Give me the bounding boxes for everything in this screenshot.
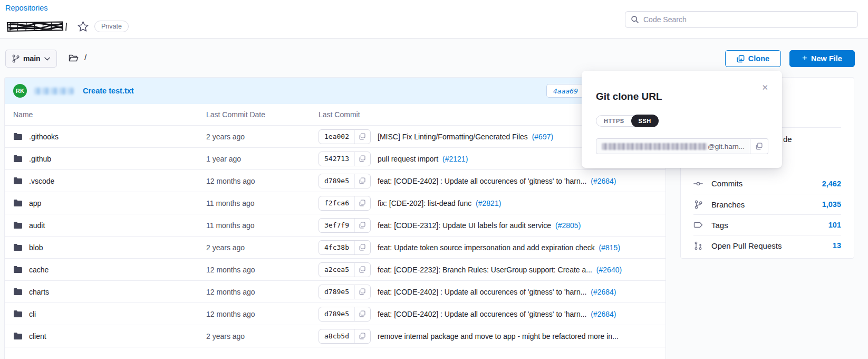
last-commit-date: 12 months ago <box>206 288 255 296</box>
latest-commit-banner: RK Create test.txt 4aaa69 <box>5 78 666 104</box>
file-name: app <box>29 199 41 207</box>
protocol-https[interactable]: HTTPS <box>596 115 632 127</box>
tag-icon <box>693 222 703 228</box>
commit-sha-pill[interactable]: a2cea5 <box>319 262 371 277</box>
commit-icon <box>693 181 703 186</box>
favorite-star-icon[interactable] <box>77 21 89 32</box>
clone-button-label: Clone <box>748 54 769 63</box>
last-commit-date: 11 months ago <box>206 221 255 230</box>
stat-label: Commits <box>711 179 814 188</box>
copy-sha-button[interactable] <box>354 174 370 188</box>
commit-sha-pill[interactable]: 542713 <box>319 152 371 166</box>
pr-number-link[interactable]: (#2684) <box>591 177 616 185</box>
table-row[interactable]: app 11 months ago f2fca6 fix: [CDE-202]:… <box>5 192 666 214</box>
commit-message: feat: [CODE-2402] : Update all occurence… <box>378 310 586 318</box>
pr-number-link[interactable]: (#697) <box>532 133 553 141</box>
table-row[interactable]: charts 12 months ago d789e5 feat: [CODE-… <box>5 281 666 303</box>
repo-stats: Commits 2,462 Branches 1,035 Tags 101 <box>693 173 841 256</box>
folder-icon <box>13 177 23 185</box>
commit-sha-pill[interactable]: d789e5 <box>319 307 371 322</box>
path-root[interactable]: / <box>84 53 86 62</box>
new-file-button[interactable]: + New File <box>789 50 855 67</box>
commit-sha-pill[interactable]: 3ef7f9 <box>319 218 371 233</box>
folder-icon <box>13 199 23 207</box>
avatar: RK <box>13 84 27 98</box>
commit-sha: 3ef7f9 <box>319 221 354 229</box>
stat-label: Tags <box>711 221 820 230</box>
protocol-ssh[interactable]: SSH <box>631 115 659 127</box>
folder-icon <box>13 266 23 273</box>
commit-sha: d789e5 <box>319 288 354 296</box>
table-row[interactable]: .github 1 year ago 542713 pull request i… <box>5 148 666 170</box>
breadcrumb-repositories[interactable]: Repositories <box>5 4 48 12</box>
commit-sha-pill[interactable]: 4fc38b <box>319 240 371 255</box>
latest-commit-message-link[interactable]: Create test.txt <box>83 87 134 95</box>
commit-sha-pill[interactable]: d789e5 <box>319 174 371 188</box>
pr-number-link[interactable]: (#2684) <box>591 310 616 318</box>
copy-sha-button[interactable] <box>354 285 370 299</box>
folder-icon <box>13 288 23 296</box>
copy-sha-button[interactable] <box>354 219 370 232</box>
pr-number-link[interactable]: (#2121) <box>442 155 468 163</box>
stat-row-open-pull-requests[interactable]: Open Pull Requests 13 <box>693 235 841 256</box>
pr-number-link[interactable]: (#2821) <box>476 199 501 207</box>
copy-sha-button[interactable] <box>354 329 370 343</box>
commit-sha-pill[interactable]: a8cb5d <box>319 329 371 344</box>
copy-sha-button[interactable] <box>354 152 370 166</box>
pull-request-icon <box>693 241 703 250</box>
branch-selector[interactable]: main <box>5 50 57 68</box>
copy-sha-button[interactable] <box>354 130 370 144</box>
table-row[interactable]: audit 11 months ago 3ef7f9 feat: [CODE-2… <box>5 214 666 237</box>
summary-partial-text: de <box>783 135 792 144</box>
folder-icon <box>13 243 23 251</box>
code-search-box <box>625 11 858 28</box>
file-name: .vscode <box>29 177 54 185</box>
last-commit-date: 11 months ago <box>206 199 255 207</box>
branch-name: main <box>23 54 41 63</box>
root-folder-icon[interactable] <box>69 54 79 62</box>
file-name: .github <box>29 155 51 163</box>
commit-sha-pill[interactable]: 1ea002 <box>319 129 371 144</box>
close-icon[interactable]: ✕ <box>761 83 768 91</box>
commit-sha-pill[interactable]: d789e5 <box>319 285 371 299</box>
latest-commit-sha-pill[interactable]: 4aaa69 <box>546 84 586 98</box>
copy-url-button[interactable] <box>750 138 768 154</box>
commit-sha: a8cb5d <box>319 332 354 340</box>
file-table-body: .githooks 2 years ago 1ea002 [MISC] Fix … <box>5 126 666 347</box>
commit-sha-pill[interactable]: f2fca6 <box>319 196 371 211</box>
table-row[interactable]: blob 2 years ago 4fc38b feat: Update tok… <box>5 237 666 259</box>
pr-number-link[interactable]: (#2640) <box>596 266 622 274</box>
folder-icon <box>13 155 23 163</box>
folder-icon <box>13 332 23 340</box>
file-name: blob <box>29 243 43 252</box>
file-name: charts <box>29 288 49 296</box>
pr-number-link[interactable]: (#2684) <box>591 288 616 296</box>
copy-sha-button[interactable] <box>354 263 370 277</box>
stat-row-branches[interactable]: Branches 1,035 <box>693 194 841 214</box>
copy-sha-button[interactable] <box>354 241 370 254</box>
commit-message: feat: [CODE-2232]: Branch Rules: UserGro… <box>378 266 592 274</box>
stat-row-commits[interactable]: Commits 2,462 <box>693 173 841 194</box>
table-row[interactable]: client 2 years ago a8cb5d remove interna… <box>5 325 666 347</box>
table-row[interactable]: .vscode 12 months ago d789e5 feat: [CODE… <box>5 170 666 192</box>
commit-sha: d789e5 <box>319 177 354 185</box>
stat-label: Branches <box>711 200 814 209</box>
column-header-name: Name <box>13 110 33 119</box>
clone-button[interactable]: Clone <box>725 50 781 67</box>
commit-message: remove internal package and move to app … <box>378 332 619 341</box>
table-row[interactable]: .githooks 2 years ago 1ea002 [MISC] Fix … <box>5 126 666 148</box>
copy-sha-button[interactable] <box>354 196 370 210</box>
folder-icon <box>13 133 23 140</box>
clone-url-input[interactable]: @git.harn... <box>596 138 750 154</box>
pr-number-link[interactable]: (#2805) <box>555 221 581 230</box>
copy-sha-button[interactable] <box>354 307 370 321</box>
git-clone-popover: ✕ Git clone URL HTTPS SSH @git.harn... <box>582 71 782 168</box>
stat-row-tags[interactable]: Tags 101 <box>693 214 841 235</box>
search-input[interactable] <box>643 15 852 24</box>
pr-number-link[interactable]: (#815) <box>599 243 620 252</box>
commit-message: feat: [CODE-2402] : Update all occurence… <box>378 288 586 296</box>
table-row[interactable]: cli 12 months ago d789e5 feat: [CODE-240… <box>5 303 666 325</box>
table-row[interactable]: cache 12 months ago a2cea5 feat: [CODE-2… <box>5 259 666 281</box>
git-branch-icon <box>12 54 20 63</box>
last-commit-date: 2 years ago <box>206 133 245 141</box>
